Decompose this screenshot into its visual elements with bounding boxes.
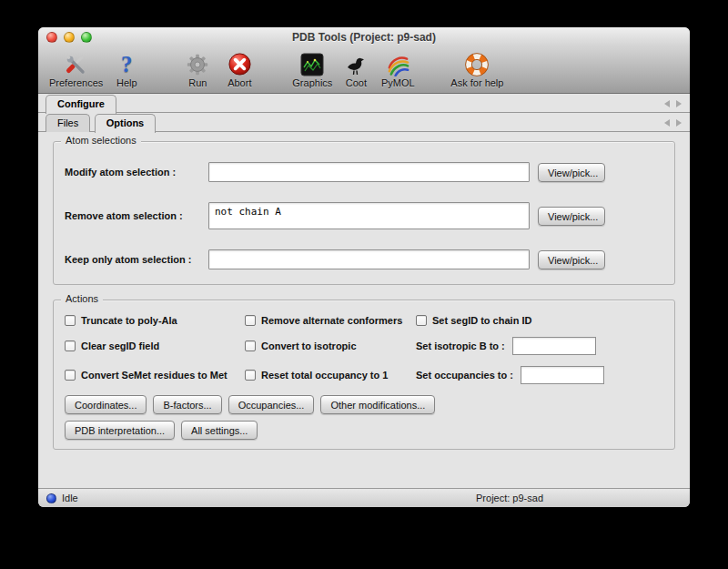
toolbar: Preferences Help (38, 47, 690, 94)
actions-legend: Actions (61, 293, 103, 304)
question-mark-icon (121, 51, 133, 77)
window-title: PDB Tools (Project: p9-sad) (38, 27, 690, 47)
ask-for-help-button[interactable]: Ask for help (450, 51, 503, 88)
abort-label: Abort (228, 77, 251, 88)
set-isotropic-b-field: Set isotropic B to : (416, 337, 663, 355)
help-button[interactable]: Help (108, 51, 145, 88)
tools-icon (65, 51, 88, 77)
lifebuoy-icon (464, 51, 490, 77)
remove-selection-row: Remove atom selection : not chain A View… (65, 202, 663, 229)
b-factors-button[interactable]: B-factors... (153, 395, 221, 414)
run-button[interactable]: Run (179, 51, 216, 88)
ribbon-icon (386, 51, 410, 77)
keep-view-pick-button[interactable]: View/pick... (538, 250, 605, 269)
abort-x-icon (228, 51, 252, 77)
density-map-icon (300, 51, 324, 77)
pymol-button[interactable]: PyMOL (379, 51, 416, 88)
clear-segid-checkbox[interactable] (65, 340, 76, 351)
titlebar: PDB Tools (Project: p9-sad) (38, 27, 690, 47)
keep-selection-row: Keep only atom selection : View/pick... (65, 249, 663, 269)
pdb-interpretation-button[interactable]: PDB interpretation... (65, 421, 175, 440)
tab-scroll-right-icon[interactable] (676, 100, 682, 107)
tab-configure[interactable]: Configure (46, 95, 116, 114)
set-segid-chainid-checkbox[interactable] (416, 315, 427, 326)
subtab-scroll-left-icon[interactable] (664, 119, 670, 127)
modify-selection-row: Modify atom selection : View/pick... (65, 162, 663, 182)
set-occupancies-field: Set occupancies to : (416, 366, 663, 384)
convert-isotropic-checkbox[interactable] (245, 340, 256, 351)
run-label: Run (188, 77, 207, 88)
convert-isotropic-label: Convert to isotropic (261, 340, 357, 351)
remove-alt-conformers-checkbox[interactable] (245, 315, 256, 326)
actions-buttons-row-2: PDB interpretation... All settings... (65, 421, 663, 440)
project-label: Project: p9-sad (476, 493, 543, 503)
truncate-poly-ala-label: Truncate to poly-Ala (81, 315, 177, 326)
clear-segid-option[interactable]: Clear segID field (65, 340, 245, 351)
main-content: Configure Files Options Atom selections … (38, 94, 690, 488)
all-settings-button[interactable]: All settings... (181, 421, 258, 440)
keep-selection-input[interactable] (208, 249, 530, 269)
bird-icon (343, 51, 369, 77)
reset-occupancy-label: Reset total occupancy to 1 (261, 370, 388, 381)
help-label: Help (116, 77, 137, 88)
remove-alt-conformers-option[interactable]: Remove alternate conformers (245, 315, 416, 326)
status-indicator-icon (46, 493, 56, 503)
modify-view-pick-button[interactable]: View/pick... (538, 163, 605, 182)
gear-icon (186, 51, 209, 77)
tab-files[interactable]: Files (46, 114, 90, 132)
statusbar: Idle Project: p9-sad (38, 488, 690, 507)
set-occupancies-label: Set occupancies to : (416, 370, 513, 381)
ask-for-help-label: Ask for help (450, 77, 503, 88)
modify-selection-input[interactable] (208, 162, 530, 182)
convert-semet-checkbox[interactable] (65, 370, 76, 381)
actions-buttons-row-1: Coordinates... B-factors... Occupancies.… (65, 395, 663, 414)
set-isotropic-b-input[interactable] (512, 337, 596, 355)
convert-semet-option[interactable]: Convert SeMet residues to Met (65, 370, 245, 381)
status-text: Idle (62, 493, 78, 503)
preferences-button[interactable]: Preferences (49, 51, 103, 88)
app-window: PDB Tools (Project: p9-sad) Preferences … (38, 27, 690, 507)
remove-alt-conformers-label: Remove alternate conformers (261, 315, 402, 326)
coordinates-button[interactable]: Coordinates... (65, 395, 147, 414)
configure-tab-row: Configure (38, 94, 690, 113)
truncate-poly-ala-checkbox[interactable] (65, 315, 76, 326)
set-segid-chainid-label: Set segID to chain ID (432, 315, 531, 326)
atom-selections-legend: Atom selections (61, 135, 141, 146)
remove-view-pick-button[interactable]: View/pick... (538, 207, 605, 226)
coot-label: Coot (346, 77, 367, 88)
occupancies-button[interactable]: Occupancies... (228, 395, 315, 414)
actions-group: Actions Truncate to poly-Ala Remove alte… (53, 300, 675, 450)
subtab-row: Files Options (38, 113, 690, 132)
remove-selection-label: Remove atom selection : (65, 210, 208, 221)
set-isotropic-b-label: Set isotropic B to : (416, 340, 505, 351)
other-modifications-button[interactable]: Other modifications... (320, 395, 435, 414)
clear-segid-label: Clear segID field (81, 340, 159, 351)
tab-options[interactable]: Options (95, 114, 157, 133)
coot-button[interactable]: Coot (338, 51, 374, 88)
abort-button[interactable]: Abort (221, 51, 258, 88)
set-occupancies-input[interactable] (521, 366, 604, 384)
atom-selections-group: Atom selections Modify atom selection : … (53, 141, 675, 285)
preferences-label: Preferences (49, 77, 103, 88)
actions-grid: Truncate to poly-Ala Remove alternate co… (65, 315, 663, 384)
convert-semet-label: Convert SeMet residues to Met (81, 370, 228, 381)
tab-scroll-left-icon[interactable] (664, 100, 670, 107)
modify-selection-label: Modify atom selection : (65, 167, 208, 178)
graphics-button[interactable]: Graphics (292, 51, 332, 88)
graphics-label: Graphics (292, 77, 332, 88)
subtab-scroll-right-icon[interactable] (676, 119, 682, 127)
reset-occupancy-option[interactable]: Reset total occupancy to 1 (245, 370, 416, 381)
reset-occupancy-checkbox[interactable] (245, 370, 256, 381)
truncate-poly-ala-option[interactable]: Truncate to poly-Ala (65, 315, 245, 326)
remove-selection-input[interactable]: not chain A (208, 202, 530, 229)
convert-isotropic-option[interactable]: Convert to isotropic (245, 340, 416, 351)
set-segid-chainid-option[interactable]: Set segID to chain ID (416, 315, 663, 326)
pymol-label: PyMOL (381, 77, 415, 88)
keep-selection-label: Keep only atom selection : (65, 254, 208, 265)
